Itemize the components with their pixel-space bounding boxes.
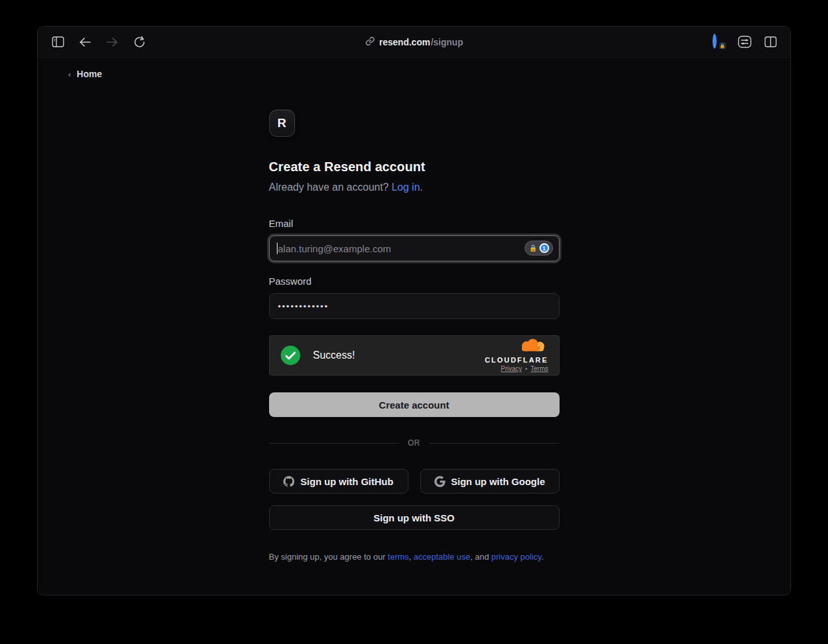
address-bar[interactable]: resend.com/signup (365, 36, 463, 48)
dot-separator: • (525, 366, 527, 372)
breadcrumb-home[interactable]: ‹ Home (68, 69, 102, 79)
captcha-status: Success! (313, 350, 355, 361)
subtitle-period: . (420, 182, 423, 193)
footer-sep1: , (409, 552, 414, 562)
email-label: Email (269, 218, 560, 229)
subtitle-text: Already have an account? (269, 182, 389, 193)
google-icon (434, 476, 445, 487)
link-icon (365, 36, 375, 48)
footer-sep2: , and (470, 552, 491, 562)
page-title: Create a Resend account (269, 160, 560, 174)
back-icon[interactable] (77, 34, 93, 51)
signup-google-button[interactable]: Sign up with Google (420, 469, 560, 494)
split-view-icon[interactable] (762, 34, 779, 51)
breadcrumb-label: Home (77, 69, 102, 79)
password-label: Password (269, 276, 560, 287)
or-label: OR (408, 438, 420, 447)
resend-logo-letter: R (278, 116, 287, 130)
github-button-label: Sign up with GitHub (300, 476, 393, 487)
browser-window: resend.com/signup 🔒 (37, 26, 791, 595)
github-icon (283, 476, 294, 487)
cloudflare-terms-link[interactable]: Terms (530, 365, 548, 372)
signup-sso-button[interactable]: Sign up with SSO (269, 505, 560, 530)
email-input[interactable] (269, 235, 560, 261)
footer-terms: By signing up, you agree to our terms, a… (269, 552, 560, 562)
footer-suffix: . (541, 552, 544, 562)
url-path: /signup (431, 37, 463, 47)
privacy-policy-link[interactable]: privacy policy (491, 552, 541, 562)
create-account-button[interactable]: Create account (269, 392, 560, 417)
extensions-settings-icon[interactable] (736, 34, 753, 51)
cloudflare-privacy-link[interactable]: Privacy (501, 365, 522, 372)
footer-prefix: By signing up, you agree to our (269, 552, 388, 562)
text-caret (277, 243, 278, 254)
terms-link[interactable]: terms (388, 552, 409, 562)
onepassword-fill-icon[interactable]: 🔒 1 (525, 241, 552, 256)
chevron-left-icon: ‹ (68, 69, 71, 79)
subtitle: Already have an account? Log in. (269, 182, 560, 193)
forward-icon[interactable] (104, 34, 121, 51)
sidebar-toggle-icon[interactable] (49, 34, 66, 51)
browser-toolbar: resend.com/signup 🔒 (38, 27, 790, 58)
email-input-wrap: 🔒 1 (269, 235, 560, 261)
onepassword-extension-icon[interactable]: 🔒 (710, 34, 727, 51)
cloudflare-logo-icon (515, 339, 549, 355)
password-input-wrap (269, 293, 560, 319)
lock-icon: 🔒 (529, 245, 537, 252)
password-input[interactable] (269, 293, 560, 319)
onepassword-badge-number: 1 (539, 243, 549, 253)
cloudflare-turnstile-widget: Success! CLOUDFLARE (269, 335, 560, 376)
url-host: resend.com (379, 37, 431, 47)
cloudflare-wordmark: CLOUDFLARE (485, 356, 549, 364)
acceptable-use-link[interactable]: acceptable use (414, 552, 470, 562)
resend-logo: R (269, 110, 295, 137)
success-check-icon (281, 346, 300, 365)
signup-github-button[interactable]: Sign up with GitHub (269, 469, 408, 494)
reload-icon[interactable] (131, 34, 148, 51)
or-divider: OR (269, 438, 560, 447)
google-button-label: Sign up with Google (451, 476, 545, 487)
login-link[interactable]: Log in (392, 182, 420, 193)
signup-page: ‹ Home R Create a Resend account Already… (38, 58, 790, 595)
sso-button-label: Sign up with SSO (373, 512, 455, 523)
